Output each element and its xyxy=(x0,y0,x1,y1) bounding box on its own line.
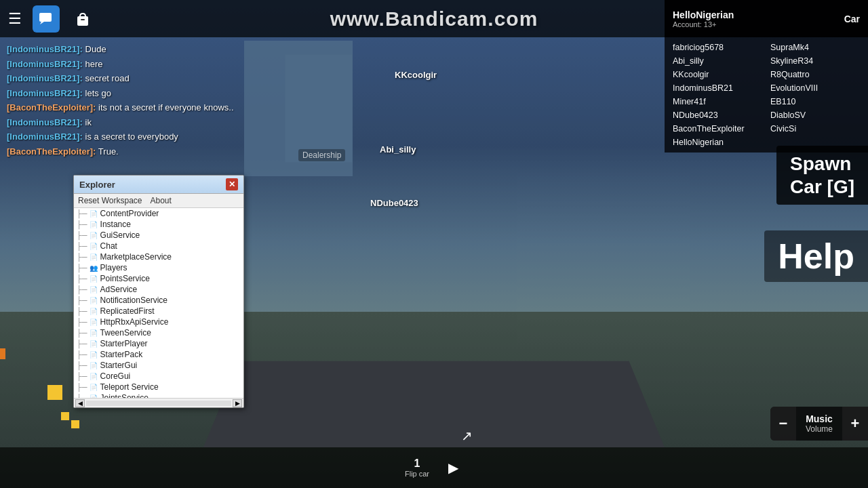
explorer-item-teleportservice[interactable]: ├─ 📄 Teleport Service xyxy=(74,382,243,392)
car-label: Car xyxy=(844,14,860,24)
explorer-about[interactable]: About xyxy=(150,196,171,205)
explorer-item-jointsservice[interactable]: ├─ 📄 JointsService xyxy=(74,392,243,398)
account-type: Account: 13+ xyxy=(673,20,734,28)
chat-text-4: lets go xyxy=(85,88,111,98)
bottom-bar: 1 Flip car ▶ xyxy=(0,447,868,488)
chat-text-7: is a secret to everybody xyxy=(85,131,178,142)
ad-icon: 📄 xyxy=(89,285,98,294)
folder-icon: 📄 xyxy=(89,209,98,218)
explorer-item-instance[interactable]: ├─ 📄 Instance xyxy=(74,219,243,230)
explorer-item-contentprovider[interactable]: ├─ 📄 ContentProvider xyxy=(74,208,243,219)
player-item-diablosv[interactable]: DiabloSV xyxy=(768,109,863,121)
joints-icon: 📄 xyxy=(89,393,98,398)
explorer-item-notificationservice[interactable]: ├─ 📄 NotificationService xyxy=(74,295,243,306)
scroll-left-button[interactable]: ◀ xyxy=(75,399,85,407)
coregui-icon: 📄 xyxy=(89,371,98,381)
svg-rect-0 xyxy=(39,13,52,22)
play-button[interactable]: ▶ xyxy=(443,458,463,478)
marketplace-icon: 📄 xyxy=(89,252,98,262)
explorer-item-starterplayer[interactable]: ├─ 📄 StarterPlayer xyxy=(74,338,243,349)
chat-icon: 📄 xyxy=(89,241,98,251)
chat-msg-8: [BaconTheExploiter]: True. xyxy=(7,145,251,159)
chat-msg-4: [IndominusBR21]: lets go xyxy=(7,87,251,100)
svg-rect-3 xyxy=(81,19,85,20)
player-item-supramk4[interactable]: SupraMk4 xyxy=(768,41,863,54)
svg-rect-2 xyxy=(77,16,88,26)
player-item-hellonigerian[interactable]: HelloNigerian xyxy=(670,136,765,148)
startergui-icon: 📄 xyxy=(89,361,98,370)
explorer-reset-workspace[interactable]: Reset Workspace xyxy=(78,196,142,205)
backpack-icon-button[interactable] xyxy=(71,7,95,31)
chat-username-8: [BaconTheExploiter]: xyxy=(7,146,96,157)
orange-side-block xyxy=(0,348,5,359)
explorer-body[interactable]: ├─ 📄 ContentProvider ├─ 📄 Instance ├─ 📄 … xyxy=(74,208,243,398)
bandicam-watermark: www.Bandicam.com xyxy=(330,7,538,30)
explorer-item-startergui[interactable]: ├─ 📄 StarterGui xyxy=(74,360,243,371)
chat-username-3: [IndominusBR21]: xyxy=(7,73,83,83)
replicated-icon: 📄 xyxy=(89,306,98,316)
explorer-item-httprbxapiservice[interactable]: ├─ 📄 HttpRbxApiService xyxy=(74,317,243,327)
chat-text-6: ik xyxy=(85,117,92,127)
explorer-item-guiservice[interactable]: ├─ 📄 GuiService xyxy=(74,230,243,241)
explorer-horizontal-scrollbar[interactable]: ◀ ▶ xyxy=(74,398,243,407)
bottom-slot-1: 1 Flip car xyxy=(405,458,429,478)
player-item-kkcoolgir[interactable]: KKcoolgir xyxy=(670,68,765,81)
player-item-civicsi[interactable]: CivicSi xyxy=(768,123,863,135)
chat-msg-5: [BaconTheExploiter]: its not a secret if… xyxy=(7,101,251,115)
starterpack-icon: 📄 xyxy=(89,350,98,359)
player-item-eb110[interactable]: EB110 xyxy=(768,96,863,108)
player-item-ndube0423[interactable]: NDube0423 xyxy=(670,109,765,121)
username-display: HelloNigerian xyxy=(673,9,734,20)
player-item-bacontheexploiter[interactable]: BaconTheExploiter xyxy=(670,123,765,135)
volume-increase-button[interactable]: + xyxy=(842,407,868,441)
spawn-car-button[interactable]: Spawn Car [G] xyxy=(776,146,868,205)
explorer-item-adservice[interactable]: ├─ 📄 AdService xyxy=(74,284,243,295)
chat-msg-2: [IndominusBR21]: here xyxy=(7,58,251,71)
explorer-menubar: Reset Workspace About xyxy=(74,194,243,208)
chat-text-5: its not a secret if everyone knows.. xyxy=(98,102,233,113)
explorer-item-pointsservice[interactable]: ├─ 📄 PointsService xyxy=(74,273,243,284)
music-title: Music xyxy=(806,413,833,424)
explorer-item-chat[interactable]: ├─ 📄 Chat xyxy=(74,241,243,251)
explorer-item-coregui[interactable]: ├─ 📄 CoreGui xyxy=(74,371,243,382)
explorer-window: Explorer ✕ Reset Workspace About ├─ 📄 Co… xyxy=(73,175,244,408)
explorer-item-players[interactable]: ├─ 👥 Players xyxy=(74,262,243,273)
dealership-sign: Dealership xyxy=(298,149,345,161)
tween-icon: 📄 xyxy=(89,328,98,338)
help-text: Help xyxy=(764,230,868,282)
players-icon: 👥 xyxy=(89,263,98,272)
user-info: HelloNigerian Account: 13+ xyxy=(673,9,734,28)
slot-number: 1 xyxy=(414,458,420,470)
chat-icon-button[interactable] xyxy=(33,5,60,33)
player-tag-abi-silly: Abi_silly xyxy=(380,144,416,155)
explorer-titlebar: Explorer ✕ xyxy=(74,176,243,194)
chat-bubble-icon xyxy=(39,12,54,26)
player-tag-ndube0423: NDube0423 xyxy=(370,198,418,208)
explorer-item-replicatedfirst[interactable]: ├─ 📄 ReplicatedFirst xyxy=(74,306,243,317)
explorer-item-marketplaceservice[interactable]: ├─ 📄 MarketplaceService xyxy=(74,251,243,262)
volume-decrease-button[interactable]: − xyxy=(770,407,796,441)
player-item-fabriciog5678[interactable]: fabriciog5678 xyxy=(670,41,765,54)
chat-text-3: secret road xyxy=(85,73,130,83)
player-item-miner41f[interactable]: Miner41f xyxy=(670,96,765,108)
player-item-r8quattro[interactable]: R8Quattro xyxy=(768,68,863,81)
player-item-skyliner34[interactable]: SkylineR34 xyxy=(768,55,863,67)
flip-car-label: Flip car xyxy=(405,470,429,478)
chat-username-1: [IndominusBR21]: xyxy=(7,44,83,54)
top-bar-left: ☰ xyxy=(8,5,95,33)
player-item-evolutionviii[interactable]: EvolutionVIII xyxy=(768,82,863,94)
player-item-indominusbr21[interactable]: IndominusBR21 xyxy=(670,82,765,94)
scroll-right-button[interactable]: ▶ xyxy=(233,399,242,407)
chat-area: [IndominusBR21]: Dude [IndominusBR21]: h… xyxy=(0,37,258,165)
chat-text-2: here xyxy=(85,59,103,69)
player-item-abi-silly[interactable]: Abi_silly xyxy=(670,55,765,67)
http-icon: 📄 xyxy=(89,317,98,327)
hamburger-icon[interactable]: ☰ xyxy=(8,10,22,28)
explorer-title: Explorer xyxy=(79,180,115,190)
user-header: HelloNigerian Account: 13+ Car xyxy=(665,0,868,37)
explorer-item-tweenservice[interactable]: ├─ 📄 TweenService xyxy=(74,327,243,338)
explorer-item-starterpack[interactable]: ├─ 📄 StarterPack xyxy=(74,349,243,360)
explorer-close-button[interactable]: ✕ xyxy=(226,178,238,190)
chat-text-1: Dude xyxy=(85,44,106,54)
teleport-icon: 📄 xyxy=(89,382,98,392)
